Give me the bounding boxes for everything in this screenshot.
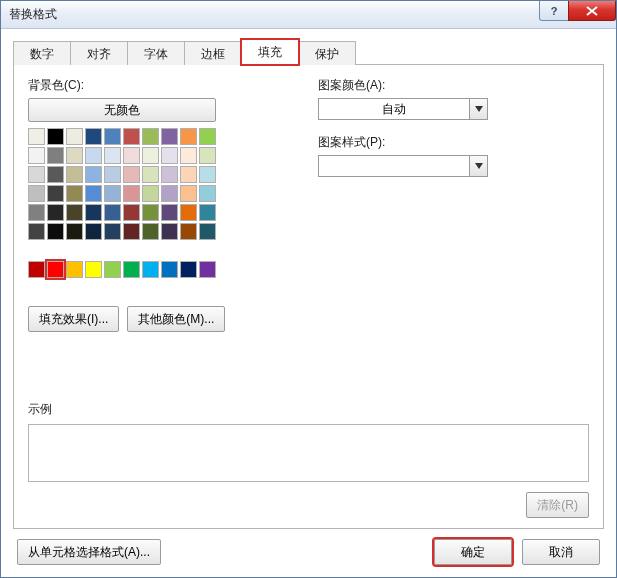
color-swatch[interactable] [180, 128, 197, 145]
color-swatch[interactable] [123, 128, 140, 145]
more-colors-button[interactable]: 其他颜色(M)... [127, 306, 225, 332]
color-swatch[interactable] [142, 261, 159, 278]
tab-3[interactable]: 边框 [184, 41, 242, 65]
color-swatch[interactable] [180, 166, 197, 183]
color-swatch[interactable] [123, 261, 140, 278]
color-swatch[interactable] [28, 204, 45, 221]
color-swatch[interactable] [123, 185, 140, 202]
clear-row: 清除(R) [28, 492, 589, 518]
color-swatch[interactable] [161, 261, 178, 278]
color-swatch[interactable] [104, 166, 121, 183]
color-swatch[interactable] [199, 223, 216, 240]
tab-0[interactable]: 数字 [13, 41, 71, 65]
color-swatch[interactable] [47, 128, 64, 145]
color-swatch[interactable] [85, 261, 102, 278]
color-swatch[interactable] [28, 147, 45, 164]
color-swatch[interactable] [199, 128, 216, 145]
color-swatch[interactable] [161, 204, 178, 221]
tab-4[interactable]: 填充 [241, 39, 299, 65]
color-swatch[interactable] [199, 185, 216, 202]
color-swatch[interactable] [85, 223, 102, 240]
color-swatch[interactable] [104, 147, 121, 164]
color-swatch[interactable] [85, 204, 102, 221]
color-swatch[interactable] [66, 204, 83, 221]
color-swatch[interactable] [85, 166, 102, 183]
color-swatch[interactable] [180, 185, 197, 202]
color-swatch[interactable] [28, 128, 45, 145]
color-swatch[interactable] [199, 261, 216, 278]
pattern-color-label: 图案颜色(A): [318, 77, 589, 94]
dialog-title: 替换格式 [9, 6, 57, 23]
footer-right: 确定 取消 [434, 539, 600, 565]
color-swatch[interactable] [123, 223, 140, 240]
color-swatch[interactable] [180, 223, 197, 240]
color-swatch[interactable] [142, 128, 159, 145]
color-swatch[interactable] [161, 185, 178, 202]
color-swatch[interactable] [28, 166, 45, 183]
color-swatch[interactable] [180, 261, 197, 278]
color-swatch[interactable] [161, 147, 178, 164]
color-swatch[interactable] [199, 204, 216, 221]
color-swatch[interactable] [28, 185, 45, 202]
clear-button[interactable]: 清除(R) [526, 492, 589, 518]
color-swatch[interactable] [28, 261, 45, 278]
color-swatch[interactable] [180, 204, 197, 221]
ok-button[interactable]: 确定 [434, 539, 512, 565]
color-swatch[interactable] [66, 185, 83, 202]
color-swatch[interactable] [123, 147, 140, 164]
color-swatch[interactable] [47, 147, 64, 164]
color-swatch[interactable] [85, 128, 102, 145]
color-swatch[interactable] [104, 128, 121, 145]
color-swatch[interactable] [66, 261, 83, 278]
color-swatch[interactable] [199, 147, 216, 164]
color-swatch[interactable] [104, 185, 121, 202]
color-swatch[interactable] [85, 185, 102, 202]
pattern-style-combo[interactable] [318, 155, 488, 177]
tab-panel-fill: 背景色(C): 无颜色 填充效果(I)... 其他颜色(M)... 图案颜色(A… [13, 65, 604, 529]
color-swatch[interactable] [66, 128, 83, 145]
color-swatch[interactable] [66, 147, 83, 164]
color-swatch[interactable] [47, 223, 64, 240]
dropdown-arrow-icon [469, 99, 487, 119]
color-swatch[interactable] [47, 166, 64, 183]
color-swatch[interactable] [142, 185, 159, 202]
color-swatch[interactable] [142, 166, 159, 183]
color-swatch[interactable] [123, 204, 140, 221]
color-swatch[interactable] [142, 204, 159, 221]
close-button[interactable] [568, 1, 616, 21]
color-swatch[interactable] [66, 223, 83, 240]
color-swatch[interactable] [161, 128, 178, 145]
choose-from-cell-button[interactable]: 从单元格选择格式(A)... [17, 539, 161, 565]
help-button[interactable]: ? [539, 1, 569, 21]
color-swatch[interactable] [161, 223, 178, 240]
example-preview [28, 424, 589, 482]
dialog-window: 替换格式 ? 数字对齐字体边框填充保护 背景色(C): 无颜色 填充效果(I).… [0, 0, 617, 578]
cancel-button[interactable]: 取消 [522, 539, 600, 565]
color-swatch[interactable] [28, 223, 45, 240]
color-swatch[interactable] [47, 261, 64, 278]
no-color-button[interactable]: 无颜色 [28, 98, 216, 122]
dropdown-arrow-icon [469, 156, 487, 176]
color-swatch[interactable] [142, 147, 159, 164]
color-swatch[interactable] [47, 204, 64, 221]
color-swatch[interactable] [104, 223, 121, 240]
spacer [28, 332, 589, 395]
tab-2[interactable]: 字体 [127, 41, 185, 65]
color-swatch[interactable] [142, 223, 159, 240]
fill-effects-button[interactable]: 填充效果(I)... [28, 306, 119, 332]
tab-5[interactable]: 保护 [298, 41, 356, 65]
pattern-style-label: 图案样式(P): [318, 134, 589, 151]
color-swatch[interactable] [47, 185, 64, 202]
color-swatch[interactable] [104, 204, 121, 221]
color-swatch[interactable] [199, 166, 216, 183]
palette-gap [28, 242, 216, 248]
color-swatch[interactable] [180, 147, 197, 164]
color-swatch[interactable] [85, 147, 102, 164]
color-swatch[interactable] [123, 166, 140, 183]
pattern-color-combo[interactable]: 自动 [318, 98, 488, 120]
color-swatch[interactable] [66, 166, 83, 183]
color-swatch[interactable] [104, 261, 121, 278]
tab-1[interactable]: 对齐 [70, 41, 128, 65]
tab-strip: 数字对齐字体边框填充保护 [13, 39, 604, 65]
color-swatch[interactable] [161, 166, 178, 183]
